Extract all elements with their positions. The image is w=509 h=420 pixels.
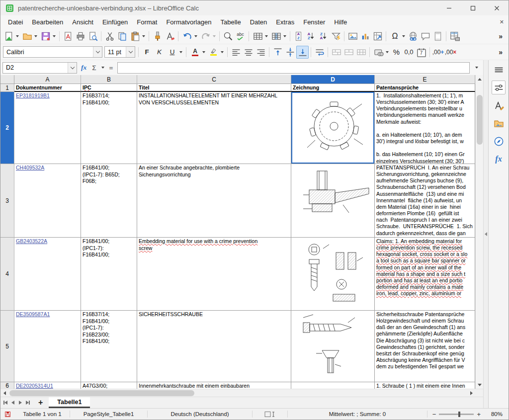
- maximize-button[interactable]: [461, 0, 485, 15]
- first-sheet-icon[interactable]: [1, 397, 9, 408]
- align-top-icon[interactable]: [271, 46, 284, 59]
- cell-C3[interactable]: An einer Schraube angebrachte, plombiert…: [137, 164, 291, 238]
- define-print-area-icon[interactable]: [448, 30, 461, 43]
- menu-format[interactable]: Format: [132, 16, 162, 28]
- align-left-icon[interactable]: [230, 46, 242, 59]
- zoom-slider-thumb[interactable]: [458, 412, 460, 417]
- cell-A6[interactable]: DE20205314U1: [14, 382, 81, 389]
- cell-A5[interactable]: DE3509587A1: [14, 311, 81, 382]
- sum-icon[interactable]: Σ: [90, 64, 97, 72]
- sidebar-styles-icon[interactable]: [492, 98, 506, 112]
- cell-C4[interactable]: Embedding material for use with a crime …: [137, 238, 291, 311]
- menu-formatvorlagen[interactable]: Formatvorlagen: [162, 16, 216, 28]
- zoom-track[interactable]: [439, 414, 474, 415]
- copy-icon[interactable]: [116, 30, 128, 43]
- sort-descending-icon[interactable]: ZA: [317, 30, 330, 43]
- cell-A2[interactable]: EP3181919B1: [14, 92, 81, 164]
- insert-chart-icon[interactable]: [359, 30, 371, 43]
- spelling-icon[interactable]: abc: [234, 30, 247, 43]
- scroll-down-icon[interactable]: [476, 381, 483, 389]
- cell-D2-selected[interactable]: [291, 92, 375, 164]
- wrap-text-icon[interactable]: [313, 46, 326, 59]
- sidebar-functions-icon[interactable]: fx: [492, 152, 506, 166]
- new-button[interactable]: [2, 30, 20, 43]
- row-header-4[interactable]: 4: [0, 238, 14, 311]
- previous-sheet-icon[interactable]: [9, 397, 16, 408]
- patent-link[interactable]: DE3509587A1: [16, 311, 50, 317]
- italic-button[interactable]: K: [153, 46, 166, 59]
- cell-E6[interactable]: 1. Schraube ( 1 ) mit einem eine Innen: [375, 382, 475, 389]
- currency-format-button[interactable]: [372, 46, 390, 59]
- cell-A3[interactable]: CH409532A: [14, 164, 81, 238]
- cell-C1[interactable]: Titel: [137, 84, 291, 92]
- clear-formatting-icon[interactable]: [164, 30, 176, 43]
- horizontal-scrollbar[interactable]: [0, 389, 483, 397]
- formula-input[interactable]: [117, 62, 470, 74]
- menu-tabelle[interactable]: Tabelle: [216, 16, 245, 28]
- align-right-icon[interactable]: [254, 46, 267, 59]
- cell-E1[interactable]: Patentansprüche: [375, 84, 475, 92]
- selection-summary[interactable]: Mittelwert: ; Summe: 0: [288, 409, 427, 420]
- cut-icon[interactable]: [103, 30, 116, 43]
- cell-C5[interactable]: SICHERHEITSSCHRAUBE: [137, 311, 291, 382]
- cell-B1[interactable]: IPC: [81, 84, 137, 92]
- cell-A4[interactable]: GB2403522A: [14, 238, 81, 311]
- minimize-button[interactable]: [437, 0, 461, 15]
- menu-einfuegen[interactable]: Einfügen: [98, 16, 132, 28]
- cell-C6[interactable]: Innenmehrkantschraube mit einem einbauba…: [137, 382, 291, 389]
- menu-extras[interactable]: Extras: [271, 16, 299, 28]
- cell-E2[interactable]: 1. Installationshalteelement (1; 1'), m …: [375, 92, 475, 164]
- highlight-color-button[interactable]: [207, 46, 225, 59]
- cell-D5[interactable]: [291, 311, 375, 382]
- sidebar-properties-icon[interactable]: [492, 81, 506, 94]
- comment-icon[interactable]: [419, 30, 431, 43]
- equals-icon[interactable]: =: [108, 64, 115, 72]
- merge-across-icon[interactable]: [342, 46, 355, 59]
- save-button[interactable]: [39, 30, 57, 43]
- align-bottom-icon[interactable]: [296, 46, 309, 59]
- sidebar-settings-icon[interactable]: [492, 63, 506, 77]
- cell-B2[interactable]: F16B37/14; F16B41/00;: [81, 92, 137, 164]
- zoom-in-icon[interactable]: +: [477, 411, 481, 418]
- clone-formatting-icon[interactable]: [151, 30, 164, 43]
- sidebar-splitter[interactable]: [483, 60, 488, 408]
- vertical-scrollbar[interactable]: [475, 75, 483, 389]
- cell-D4[interactable]: [291, 238, 375, 311]
- menu-ansicht[interactable]: Ansicht: [68, 16, 98, 28]
- hyperlink-icon[interactable]: [407, 30, 419, 43]
- patent-link[interactable]: DE20205314U1: [16, 383, 53, 389]
- column-header-e[interactable]: E: [375, 75, 475, 84]
- menu-daten[interactable]: Daten: [246, 16, 272, 28]
- row-header-1[interactable]: 1: [0, 84, 14, 92]
- bold-button[interactable]: F: [141, 46, 153, 59]
- autofilter-icon[interactable]: [330, 30, 342, 43]
- next-sheet-icon[interactable]: [16, 397, 24, 408]
- menu-hilfe[interactable]: Hilfe: [330, 16, 351, 28]
- add-decimal-icon[interactable]: ,00+: [432, 46, 444, 59]
- font-size-dropdown-icon[interactable]: [126, 47, 135, 57]
- font-color-button[interactable]: A: [188, 46, 207, 59]
- menu-bearbeiten[interactable]: Bearbeiten: [27, 16, 68, 28]
- name-box[interactable]: D2: [2, 62, 77, 74]
- cell-B4[interactable]: F16B41/00; (IPC1-7): F16B41/00;: [81, 238, 137, 311]
- redo-button[interactable]: [199, 30, 217, 43]
- cell-C2[interactable]: INSTALLATIONSHALTEELEMENT MIT EINER MEHR…: [137, 92, 291, 164]
- selection-mode-icon[interactable]: [253, 409, 287, 420]
- row-header-5[interactable]: 5: [0, 311, 14, 382]
- insert-pivot-table-icon[interactable]: [371, 30, 384, 43]
- scroll-left-icon[interactable]: [0, 389, 8, 397]
- cell-E3[interactable]: PATENTANSPRUCH I. An einer Schrau Sicher…: [375, 164, 475, 238]
- scroll-up-icon[interactable]: [476, 75, 483, 83]
- zoom-out-icon[interactable]: −: [432, 411, 436, 418]
- cell-B6[interactable]: A47G3/00;: [81, 382, 137, 389]
- sidebar-gallery-icon[interactable]: [492, 116, 506, 130]
- insert-image-icon[interactable]: [346, 30, 359, 43]
- cell-E5[interactable]: Sicherheitsschraube Patentansprüche Holz…: [375, 311, 475, 382]
- add-sheet-icon[interactable]: +: [38, 398, 43, 407]
- patent-link[interactable]: CH409532A: [16, 165, 44, 170]
- patent-link[interactable]: EP3181919B1: [16, 92, 50, 98]
- expand-formula-bar-icon[interactable]: [472, 67, 481, 69]
- special-character-button[interactable]: Ω: [388, 30, 407, 43]
- scroll-right-icon[interactable]: [467, 389, 475, 397]
- column-header-b[interactable]: B: [81, 75, 137, 84]
